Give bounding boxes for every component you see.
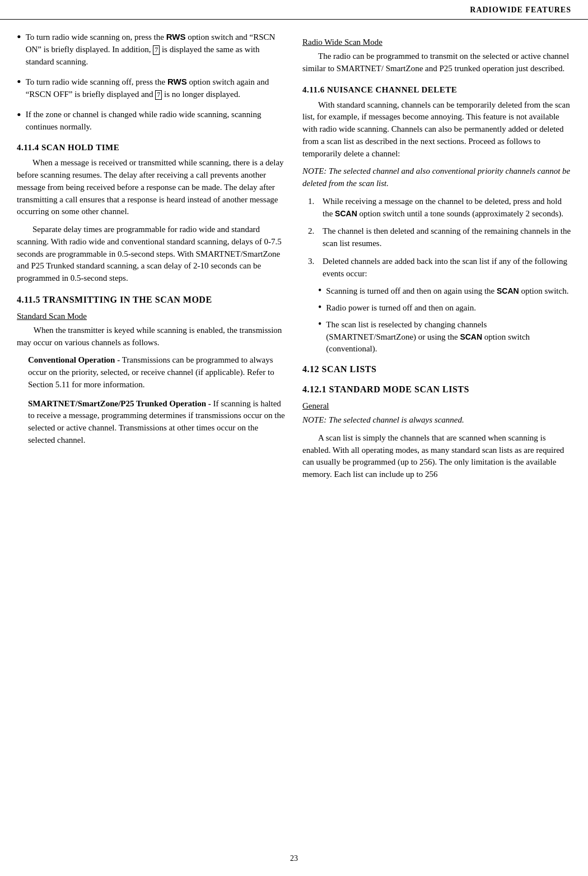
page-content: • To turn radio wide scanning on, press … xyxy=(0,20,588,503)
num-1: 1. xyxy=(308,196,318,220)
page-header: RADIOWIDE FEATURES xyxy=(0,0,588,20)
sub-bullet-list: • Scanning is turned off and then on aga… xyxy=(318,285,571,355)
general-label: General xyxy=(302,401,571,411)
numbered-item-2: 2. The channel is then deleted and scann… xyxy=(308,225,571,250)
bullet-icon: • xyxy=(318,302,321,314)
bullet2-text: To turn radio wide scanning off, press t… xyxy=(26,76,286,101)
list-item: • To turn radio wide scanning on, press … xyxy=(17,31,286,68)
numbered-item-1: 1. While receiving a message on the chan… xyxy=(308,196,571,220)
standard-scan-mode-label: Standard Scan Mode xyxy=(17,312,286,321)
section-412-heading: 4.12 SCAN LISTS xyxy=(302,364,571,374)
right-column: Radio Wide Scan Mode The radio can be pr… xyxy=(302,31,571,486)
section-4114-heading: 4.11.4 SCAN HOLD TIME xyxy=(17,143,286,152)
left-column: • To turn radio wide scanning on, press … xyxy=(17,31,286,486)
scan-label-1: SCAN xyxy=(335,209,357,218)
bullet-icon: • xyxy=(17,108,21,133)
num-3: 3. xyxy=(308,256,318,280)
list-item: • Radio power is turned off and then on … xyxy=(318,302,571,314)
rws-label-2: RWS xyxy=(167,77,187,86)
section-4115-intro: When the transmitter is keyed while scan… xyxy=(17,325,286,349)
radio-wide-scan-para: The radio can be programmed to transmit … xyxy=(302,50,571,75)
list-item: • The scan list is reselected by changin… xyxy=(318,319,571,355)
bullet3-text: If the zone or channel is changed while … xyxy=(26,109,286,133)
header-title: RADIOWIDE FEATURES xyxy=(470,6,571,14)
conventional-label: Conventional Operation - xyxy=(28,355,120,364)
page-number: 23 xyxy=(0,849,588,868)
list-item: • Scanning is turned off and then on aga… xyxy=(318,285,571,298)
numbered-item-3-text: Deleted channels are added back into the… xyxy=(323,256,571,280)
bullet-icon: • xyxy=(17,30,21,68)
section-4121-para: A scan list is simply the channels that … xyxy=(302,432,571,481)
section-4115-heading: 4.11.5 TRANSMITTING IN THE SCAN MODE xyxy=(17,295,286,305)
numbered-list: 1. While receiving a message on the chan… xyxy=(308,196,571,280)
list-item: • If the zone or channel is changed whil… xyxy=(17,109,286,133)
sub-bullet-1-text: Scanning is turned off and then on again… xyxy=(326,285,568,298)
bullet-icon: • xyxy=(318,285,321,298)
sub-bullet-3-text: The scan list is reselected by changing … xyxy=(326,319,571,355)
section-4121-heading: 4.12.1 STANDARD MODE SCAN LISTS xyxy=(302,384,571,395)
scan-label-3: SCAN xyxy=(460,332,482,341)
sub-bullet-2-text: Radio power is turned off and then on ag… xyxy=(326,302,476,314)
section-4114-para2: Separate delay times are programmable fo… xyxy=(17,224,286,285)
numbered-item-3: 3. Deleted channels are added back into … xyxy=(308,256,571,280)
bullet-icon: • xyxy=(318,318,321,355)
bullet1-text: To turn radio wide scanning on, press th… xyxy=(26,31,286,68)
list-item: • To turn radio wide scanning off, press… xyxy=(17,76,286,101)
numbered-item-2-text: The channel is then deleted and scanning… xyxy=(323,225,571,250)
display-icon: 7 xyxy=(153,45,160,54)
smartnet-operation-block: SMARTNET/SmartZone/P25 Trunked Operation… xyxy=(28,398,286,447)
display-icon-2: 7 xyxy=(155,90,162,99)
section-4116-para1: With standard scanning, channels can be … xyxy=(302,99,571,160)
note-italic-2: NOTE: The selected channel is always sca… xyxy=(302,414,571,427)
conventional-operation-block: Conventional Operation - Transmissions c… xyxy=(28,354,286,391)
section-4114-para1: When a message is received or transmitte… xyxy=(17,157,286,218)
radio-wide-scan-label: Radio Wide Scan Mode xyxy=(302,38,571,47)
numbered-item-1-text: While receiving a message on the channel… xyxy=(323,196,571,220)
note-italic-1: NOTE: The selected channel and also conv… xyxy=(302,165,571,190)
smartnet-label: SMARTNET/SmartZone/P25 Trunked Operation… xyxy=(28,399,211,408)
scan-label-2: SCAN xyxy=(497,286,519,295)
bullet-icon: • xyxy=(17,75,21,101)
section-4116-heading: 4.11.6 NUISANCE CHANNEL DELETE xyxy=(302,85,571,95)
num-2: 2. xyxy=(308,225,318,250)
rws-label: RWS xyxy=(166,32,186,41)
